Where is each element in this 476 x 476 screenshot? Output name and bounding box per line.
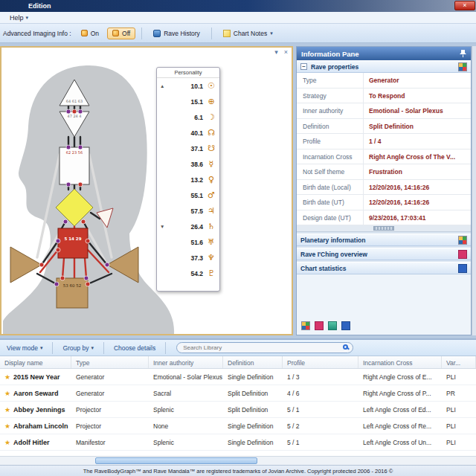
imaging-off-button[interactable]: Off	[107, 28, 135, 39]
property-label: Definition	[297, 119, 364, 134]
scrollbar-thumb[interactable]	[373, 226, 394, 231]
jupiter-icon: ♃	[206, 206, 216, 216]
column-header[interactable]: Display name	[0, 356, 71, 368]
personality-row[interactable]: 55.1♂	[157, 187, 219, 203]
throat-gate-numbers: 62 23 56	[66, 150, 83, 155]
property-row: TypeGenerator	[297, 73, 471, 89]
application-window: Edition × Help ▾ Advanced Imaging Info :…	[0, 0, 476, 476]
menu-help[interactable]: Help ▾	[4, 13, 33, 22]
section-chart-statistics[interactable]: Chart statistics	[297, 262, 471, 274]
definition-cell: Single Definition	[223, 373, 283, 381]
property-label: Incarnation Cross	[297, 149, 364, 164]
table-row[interactable]: ★2015 New Year Generator Emotional - Sol…	[0, 369, 476, 385]
display-name: 2015 New Year	[13, 373, 60, 381]
column-header[interactable]: Inner authority	[149, 356, 223, 368]
group-by-button[interactable]: Group by ▾	[59, 343, 97, 353]
search-icon[interactable]	[343, 344, 348, 350]
personality-row[interactable]: ▲10.1☉	[157, 78, 219, 94]
gate-value: 57.5	[167, 208, 206, 215]
cross-cell: Right Angle Cross of P...	[358, 390, 442, 397]
iching-shortcut-icon[interactable]	[315, 321, 324, 330]
panel-close-icon[interactable]: ×	[284, 48, 288, 56]
column-header[interactable]: Type	[71, 356, 149, 368]
ajna-gate-numbers: 47 24 4	[67, 114, 81, 118]
toolbar-separator	[165, 342, 166, 354]
spacer	[297, 274, 471, 318]
venus-icon: ♀	[206, 175, 216, 184]
personality-row[interactable]: 54.2♇	[157, 266, 219, 281]
personality-row[interactable]: 15.1⊕	[157, 94, 219, 109]
imaging-off-icon	[112, 30, 119, 36]
personality-row[interactable]: 51.6♅	[157, 234, 219, 250]
property-label: Not Self theme	[297, 164, 364, 179]
personality-row[interactable]: 38.6☿	[157, 156, 219, 172]
display-name: Abbey Jennings	[13, 406, 65, 414]
view-mode-button[interactable]: View mode ▾	[3, 343, 46, 353]
property-value: Split Definition	[364, 119, 471, 134]
table-row[interactable]: ★Abraham Lincoln Projector None Single D…	[0, 418, 476, 434]
pin-icon[interactable]	[460, 50, 466, 57]
properties-scrollbar[interactable]	[297, 225, 471, 232]
property-label: Birth date (UT)	[297, 195, 364, 210]
variable-cell: PLI	[442, 373, 476, 381]
panel-collapse-icon[interactable]: ▾	[274, 48, 278, 56]
root-gate-numbers: 53 60 52	[63, 283, 82, 288]
toolbar-separator	[141, 28, 142, 39]
info-pane-footer-icons	[297, 318, 471, 335]
statistics-shortcut-icon[interactable]	[341, 321, 350, 330]
expander-icon[interactable]: ▲	[160, 83, 167, 89]
column-header[interactable]: Var...	[442, 356, 476, 368]
personality-row[interactable]: 37.1☋	[157, 141, 219, 156]
horizontal-scrollbar[interactable]	[0, 456, 476, 465]
table-row[interactable]: ★Adolf Hitler Manifestor Splenic Single …	[0, 434, 476, 451]
choose-details-button[interactable]: Choose details	[110, 343, 159, 353]
personality-row[interactable]: 37.3♆	[157, 250, 219, 266]
star-icon: ★	[4, 406, 10, 414]
gate-value: 51.6	[167, 239, 206, 246]
menu-help-label: Help	[10, 14, 24, 22]
property-value: 1 / 4	[364, 134, 471, 149]
table-row[interactable]: ★Abbey Jennings Projector Splenic Split …	[0, 402, 476, 418]
scrollbar-thumb[interactable]	[95, 457, 257, 464]
column-header[interactable]: Definition	[223, 356, 283, 368]
personality-row[interactable]: 13.2♀	[157, 172, 219, 187]
window-close-button[interactable]: ×	[454, 1, 475, 10]
main-toolbar: Advanced Imaging Info : On Off Rave Hist…	[0, 24, 476, 43]
table-row[interactable]: ★Aaron Seward Generator Sacral Split Def…	[0, 385, 476, 402]
properties-shortcut-icon[interactable]	[301, 321, 310, 330]
chart-notes-button[interactable]: Chart Notes ▾	[218, 28, 278, 39]
vertical-scrollbar[interactable]	[472, 46, 476, 335]
column-header[interactable]: Profile	[283, 356, 358, 368]
personality-row[interactable]: 40.1☊	[157, 125, 219, 141]
uranus-icon: ♅	[206, 237, 216, 247]
workspace: ▾ ×	[0, 43, 476, 338]
planetary-shortcut-icon[interactable]	[328, 321, 337, 330]
imaging-on-button[interactable]: On	[76, 28, 104, 39]
section-title: Rave I'Ching overview	[300, 251, 367, 258]
section-title: Planetary information	[300, 237, 365, 244]
toolbar-separator	[52, 342, 53, 354]
bodygraph-chart[interactable]: 64 61 63 47 24 4 62 23 56 5 14 29 53 60 …	[3, 55, 178, 334]
personality-row[interactable]: 57.5♃	[157, 203, 219, 219]
personality-row[interactable]: 6.1☽	[157, 109, 219, 125]
definition-cell: Single Definition	[223, 422, 283, 430]
section-rave-properties[interactable]: − Rave properties	[297, 60, 471, 73]
collapse-icon[interactable]: −	[300, 63, 307, 70]
rave-properties-icon	[458, 62, 467, 71]
expander-icon[interactable]: ▼	[160, 224, 167, 229]
library-toolbar: View mode ▾ Group by ▾ Choose details	[0, 340, 476, 356]
search-input[interactable]	[176, 342, 353, 353]
chevron-down-icon: ▾	[40, 345, 43, 351]
definition-cell: Single Definition	[223, 439, 283, 446]
gate-value: 10.1	[167, 83, 206, 90]
rave-history-button[interactable]: Rave History	[148, 28, 205, 39]
star-icon: ★	[4, 422, 10, 430]
column-header[interactable]: Incarnation Cross	[358, 356, 442, 368]
property-value: To Respond	[364, 89, 471, 103]
variable-cell: PLI	[442, 406, 476, 414]
section-rave-iching-overview[interactable]: Rave I'Ching overview	[297, 248, 471, 260]
property-value: Frustration	[364, 164, 471, 179]
personality-row[interactable]: ▼26.4♄	[157, 219, 219, 234]
mars-icon: ♂	[206, 190, 216, 200]
section-planetary-information[interactable]: Planetary information	[297, 234, 471, 246]
